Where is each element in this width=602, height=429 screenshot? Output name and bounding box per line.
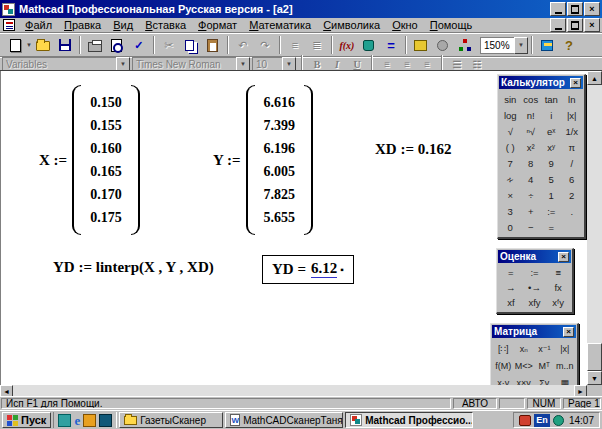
underline-button[interactable]: U — [348, 58, 366, 70]
child-restore-button[interactable] — [567, 18, 583, 32]
calculator-palette-button[interactable]: tan — [541, 91, 562, 107]
matrix-palette-titlebar[interactable]: Матрица × — [492, 325, 576, 338]
calculator-palette-button[interactable]: 1/x — [562, 123, 583, 139]
channels-icon[interactable] — [99, 414, 112, 427]
calculator-palette-button[interactable]: i — [541, 107, 562, 123]
matrix-palette-button[interactable]: Mᵀ — [534, 357, 555, 374]
evaluate-button[interactable]: = — [380, 35, 402, 55]
matrix-palette-button[interactable]: [∷] — [493, 340, 514, 357]
calculator-palette-button[interactable]: π — [562, 139, 583, 155]
calculator-palette-button[interactable]: = — [541, 219, 562, 235]
calculator-palette-button[interactable]: 3 — [500, 203, 521, 219]
calculator-palette-button[interactable]: log — [500, 107, 521, 123]
bold-button[interactable]: B — [308, 58, 326, 70]
calculator-palette-titlebar[interactable]: Калькулятор × — [499, 76, 583, 89]
menu-item[interactable]: Помощь — [424, 18, 479, 32]
calculator-palette-button[interactable]: ln — [562, 91, 583, 107]
language-indicator[interactable]: En — [534, 414, 550, 427]
y-vector-region[interactable]: Y := 6.616 7.399 6.196 6.005 7.825 5.655 — [213, 85, 313, 235]
insert-unit-button[interactable] — [358, 35, 380, 55]
bullet-list-button[interactable]: ☰ — [448, 58, 466, 70]
calculator-palette-button[interactable]: 6 — [562, 171, 583, 187]
italic-button[interactable]: I — [328, 58, 346, 70]
calculator-palette-button[interactable]: 2 — [562, 187, 583, 203]
start-button[interactable]: Пуск — [2, 412, 51, 428]
evaluation-palette-titlebar[interactable]: Оценка × — [498, 250, 571, 263]
calculator-palette-button[interactable]: . — [562, 203, 583, 219]
spellcheck-button[interactable]: ✓ — [128, 35, 150, 55]
vertical-scroll-thumb[interactable] — [587, 343, 602, 371]
calculator-palette-button[interactable]: ÷ — [521, 187, 542, 203]
align-center-button[interactable]: ≡ — [398, 58, 416, 70]
calculator-palette-button[interactable]: := — [541, 203, 562, 219]
matrix-palette-button[interactable]: xₙ — [514, 340, 535, 357]
restore-button[interactable] — [567, 2, 583, 16]
xd-definition[interactable]: XD := 0.162 — [375, 141, 451, 158]
calculator-palette-button[interactable]: − — [521, 219, 542, 235]
evaluation-palette-button[interactable]: → — [499, 280, 523, 295]
calculator-palette-button[interactable]: 8 — [521, 155, 542, 171]
calculator-palette-button[interactable]: + — [521, 203, 542, 219]
number-list-button[interactable]: ☷ — [468, 58, 486, 70]
menu-item[interactable]: Правка — [58, 18, 107, 32]
print-button[interactable] — [84, 35, 106, 55]
calculator-palette-button[interactable]: 9 — [541, 155, 562, 171]
matrix-palette-button[interactable]: |x| — [555, 340, 576, 357]
task-button-word-document[interactable]: W MathCADСканерТаня - M... — [225, 412, 343, 428]
evaluation-palette-button[interactable]: xfy — [523, 295, 547, 310]
close-button[interactable]: × — [584, 2, 600, 16]
evaluation-close-button[interactable]: × — [558, 252, 569, 262]
calculator-palette-button[interactable]: / — [562, 155, 583, 171]
align-down-button[interactable]: ≣ — [306, 35, 328, 55]
align-left-button[interactable]: ≡ — [378, 58, 396, 70]
calculator-palette-button[interactable]: √ — [500, 123, 521, 139]
calculator-palette-button[interactable]: sin — [500, 91, 521, 107]
calculator-palette-button[interactable]: 7 — [500, 155, 521, 171]
scroll-down-button[interactable]: ▼ — [587, 371, 602, 385]
show-desktop-icon[interactable] — [58, 414, 71, 427]
matrix-palette-button[interactable]: m..n — [555, 357, 576, 374]
child-minimize-button[interactable] — [550, 18, 566, 32]
menu-item[interactable]: Окно — [386, 18, 424, 32]
evaluation-palette-button[interactable]: •→ — [523, 280, 547, 295]
calculator-palette-button[interactable]: × — [500, 187, 521, 203]
copy-button[interactable] — [180, 35, 202, 55]
component-wizard-button[interactable] — [410, 35, 432, 55]
mathconnex-button[interactable] — [454, 35, 476, 55]
task-button-folder[interactable]: ГазетыСканер — [119, 412, 223, 428]
matrix-palette-button[interactable]: x⁻¹ — [534, 340, 555, 357]
calculator-palette-button[interactable]: eˣ — [541, 123, 562, 139]
calculator-palette-button[interactable]: ∻ — [500, 171, 521, 187]
calculator-palette-button[interactable]: n! — [521, 107, 542, 123]
zoom-dropdown-button[interactable]: ▼ — [514, 37, 528, 54]
vertical-scrollbar[interactable]: ▲ ▼ — [587, 71, 602, 385]
tray-scanner-icon[interactable] — [519, 415, 531, 426]
menu-item[interactable]: Формат — [192, 18, 243, 32]
menu-item[interactable]: Математика — [243, 18, 317, 32]
matrix-close-button[interactable]: × — [563, 327, 574, 337]
calculator-palette-button[interactable]: x² — [521, 139, 542, 155]
internet-explorer-icon[interactable]: e — [74, 414, 80, 427]
evaluation-palette-button[interactable]: xf — [499, 295, 523, 310]
calculator-palette-button[interactable]: 5 — [541, 171, 562, 187]
yd-definition[interactable]: YD := linterp(X , Y , XD) — [53, 259, 214, 276]
open-button[interactable] — [32, 35, 54, 55]
yd-result-region[interactable]: YD = 6.12 ▪ — [262, 255, 354, 284]
undo-button[interactable]: ↶ — [232, 35, 254, 55]
evaluation-palette-button[interactable]: ≡ — [546, 265, 570, 280]
menu-item[interactable]: Символика — [317, 18, 386, 32]
child-close-button[interactable]: × — [584, 18, 600, 32]
save-button[interactable] — [54, 35, 76, 55]
evaluation-palette-button[interactable]: xᶠy — [546, 295, 570, 310]
menu-item[interactable]: Вид — [107, 18, 139, 32]
new-button[interactable] — [4, 35, 26, 55]
align-right-button[interactable]: ≡ — [418, 58, 436, 70]
matrix-palette-button[interactable]: M<> — [514, 357, 535, 374]
outlook-icon[interactable] — [83, 414, 96, 427]
menu-item[interactable]: Вставка — [139, 18, 192, 32]
zoom-select[interactable]: 150% ▼ — [480, 37, 528, 54]
tray-volume-icon[interactable] — [553, 415, 564, 426]
document-icon[interactable] — [3, 19, 15, 31]
print-preview-button[interactable] — [106, 35, 128, 55]
redo-button[interactable]: ↷ — [254, 35, 276, 55]
